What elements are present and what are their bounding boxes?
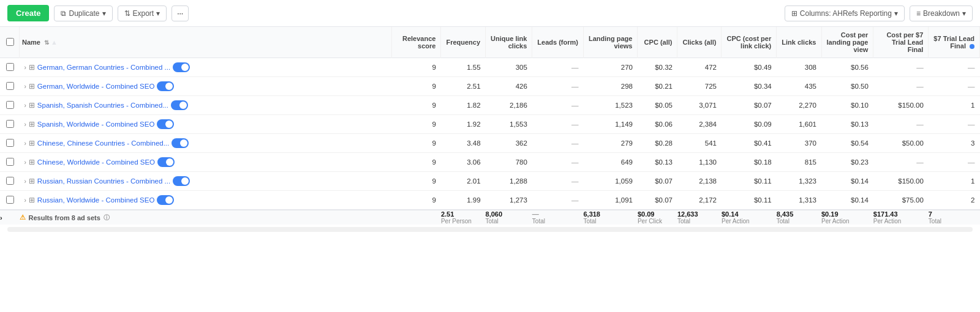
row-name-link[interactable]: Chinese, Worldwide - Combined SEO (37, 158, 155, 166)
row-name-link[interactable]: Chinese, Chinese Countries - Combined... (37, 139, 169, 147)
row-select-checkbox[interactable] (6, 63, 14, 71)
duplicate-dropdown-icon[interactable]: ▾ (102, 9, 106, 18)
header-leads-form[interactable]: Leads (form) (532, 27, 584, 58)
header-unique-clicks[interactable]: Unique linkclicks (486, 27, 532, 58)
row-score: 9 (392, 153, 441, 172)
select-all-checkbox[interactable] (6, 38, 14, 46)
header-clicks-all[interactable]: Clicks (all) (677, 27, 722, 58)
row-leads-form: — (532, 77, 584, 96)
row-clicks-all: 2,138 (677, 172, 722, 191)
row-frequency: 1.92 (441, 115, 486, 134)
row-expander[interactable]: › (24, 159, 26, 166)
table-row: › ⊞ German, Worldwide - Combined SEO 9 2… (0, 77, 980, 96)
row-name-cell: › ⊞ Spanish, Worldwide - Combined SEO (20, 115, 392, 134)
row-checkbox[interactable] (0, 172, 20, 191)
row-select-checkbox[interactable] (6, 139, 14, 147)
row-select-checkbox[interactable] (6, 158, 14, 166)
footer-expander[interactable]: › (0, 210, 20, 225)
row-score: 9 (392, 134, 441, 153)
export-button[interactable]: ⇅ Export ▾ (118, 6, 167, 21)
row-cost-landing: $0.10 (821, 96, 873, 115)
more-options-button[interactable]: ··· (172, 6, 189, 21)
row-toggle[interactable] (173, 62, 190, 72)
row-checkbox[interactable] (0, 96, 20, 115)
export-dropdown-icon[interactable]: ▾ (156, 9, 160, 18)
row-toggle[interactable] (173, 176, 190, 186)
row-name-cell: › ⊞ Russian, Russian Countries - Combine… (20, 172, 392, 191)
header-relevance[interactable]: Relevancescore (392, 27, 441, 58)
grid-icon: ⊞ (29, 120, 35, 128)
row-name-link[interactable]: Spanish, Spanish Countries - Combined... (37, 102, 168, 109)
toolbar: Create ⧉ Duplicate ▾ ⇅ Export ▾ ··· ⊞ Co… (0, 0, 980, 27)
columns-button[interactable]: ⊞ Columns: AHRefs Reporting ▾ (785, 6, 905, 21)
row-toggle[interactable] (171, 100, 188, 110)
row-expander[interactable]: › (24, 102, 26, 109)
row-checkbox[interactable] (0, 153, 20, 172)
row-clicks-all: 725 (677, 77, 722, 96)
row-name-link[interactable]: Russian, Russian Countries - Combined ..… (37, 177, 170, 185)
breakdown-dropdown-icon[interactable]: ▾ (962, 9, 966, 18)
header-link-clicks[interactable]: Link clicks (777, 27, 821, 58)
row-checkbox[interactable] (0, 77, 20, 96)
row-select-checkbox[interactable] (6, 196, 14, 204)
row-name-link[interactable]: Spanish, Worldwide - Combined SEO (37, 121, 155, 128)
row-select-checkbox[interactable] (6, 82, 14, 90)
row-toggle[interactable] (157, 157, 175, 167)
row-leads-form: — (532, 115, 584, 134)
row-select-checkbox[interactable] (6, 120, 14, 128)
row-expander[interactable]: › (24, 178, 26, 185)
row-trial-lead: 1 (929, 172, 980, 191)
row-checkbox[interactable] (0, 134, 20, 153)
row-leads-form: — (532, 58, 584, 77)
row-expander[interactable]: › (24, 140, 26, 147)
row-expander[interactable]: › (24, 64, 26, 71)
header-landing-views[interactable]: Landing pageviews (583, 27, 638, 58)
row-checkbox[interactable] (0, 115, 20, 134)
header-cost-landing[interactable]: Cost perlanding pageview (821, 27, 873, 58)
row-checkbox[interactable] (0, 58, 20, 77)
row-name-cell: › ⊞ German, German Countries - Combined … (20, 58, 392, 77)
create-button[interactable]: Create (7, 5, 49, 21)
row-trial-lead: — (929, 77, 980, 96)
duplicate-button[interactable]: ⧉ Duplicate ▾ (54, 6, 112, 21)
row-toggle[interactable] (172, 138, 189, 148)
header-frequency[interactable]: Frequency (441, 27, 486, 58)
row-name-cell: › ⊞ Russian, Worldwide - Combined SEO (20, 191, 392, 210)
row-name-link[interactable]: German, German Countries - Combined ... (37, 64, 170, 71)
row-name-link[interactable]: Russian, Worldwide - Combined SEO (37, 196, 155, 204)
header-trial-lead[interactable]: $7 Trial LeadFinal (929, 27, 980, 58)
row-select-checkbox[interactable] (6, 101, 14, 109)
header-name[interactable]: Name ⇅ ▲ (20, 27, 392, 58)
row-landing-views: 649 (583, 153, 638, 172)
row-frequency: 1.55 (441, 58, 486, 77)
row-leads-form: — (532, 191, 584, 210)
row-name-cell: › ⊞ Spanish, Spanish Countries - Combine… (20, 96, 392, 115)
row-expander[interactable]: › (24, 197, 26, 204)
row-toggle[interactable] (157, 119, 174, 129)
row-name-link[interactable]: German, Worldwide - Combined SEO (37, 83, 155, 90)
row-score: 9 (392, 96, 441, 115)
row-expander[interactable]: › (24, 83, 26, 90)
header-cost-trial[interactable]: Cost per $7Trial LeadFinal (873, 27, 929, 58)
header-checkbox[interactable] (0, 27, 20, 58)
row-cpc-link: $0.18 (722, 153, 777, 172)
row-select-checkbox[interactable] (6, 177, 14, 185)
row-cost-trial: $75.00 (873, 191, 929, 210)
columns-dropdown-icon[interactable]: ▾ (894, 9, 898, 18)
row-toggle[interactable] (157, 81, 174, 91)
warning-icon: ⚠ (20, 214, 26, 221)
row-trial-lead: 3 (929, 134, 980, 153)
table-row: › ⊞ Chinese, Chinese Countries - Combine… (0, 134, 980, 153)
row-landing-views: 1,149 (583, 115, 638, 134)
row-toggle[interactable] (157, 195, 174, 205)
header-cpc-link[interactable]: CPC (cost perlink click) (722, 27, 777, 58)
row-checkbox[interactable] (0, 191, 20, 210)
row-expander[interactable]: › (24, 121, 26, 128)
footer-leads-form: — Total (532, 210, 584, 225)
footer-relevance (392, 210, 441, 225)
breakdown-button[interactable]: ≡ Breakdown ▾ (910, 6, 973, 21)
row-trial-lead: — (929, 153, 980, 172)
header-cpc-all[interactable]: CPC (all) (638, 27, 677, 58)
horizontal-scrollbar[interactable] (7, 227, 973, 232)
grid-icon: ⊞ (29, 63, 35, 72)
